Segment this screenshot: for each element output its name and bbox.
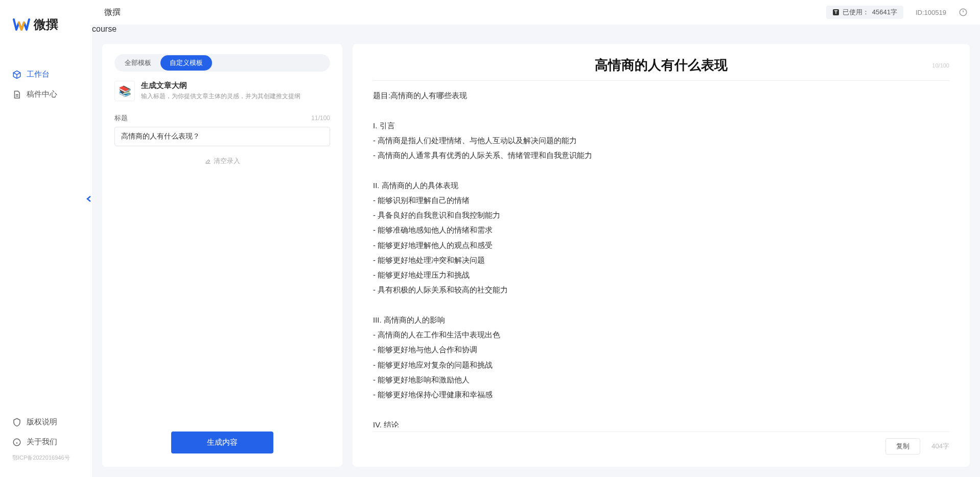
document-icon xyxy=(12,90,21,99)
cube-icon xyxy=(12,70,21,79)
content: 全部模板 自定义模板 📚 生成文章大纲 输入标题，为你提供文章主体的灵感，并为其… xyxy=(92,34,980,477)
main: 微撰 已使用： 45641字 ID:100519 course xyxy=(92,0,980,477)
title-counter: 11/100 xyxy=(311,115,330,122)
panel-output: 高情商的人有什么表现 10/100 题目:高情商的人有哪些表现 I. 引言 - … xyxy=(353,44,970,467)
usage-badge: 已使用： 45641字 xyxy=(826,6,903,19)
output-body[interactable]: 题目:高情商的人有哪些表现 I. 引言 - 高情商是指人们处理情绪、与他人互动以… xyxy=(373,88,949,427)
sidebar-collapse-handle[interactable] xyxy=(85,194,92,203)
topbar-right: 已使用： 45641字 ID:100519 xyxy=(826,6,968,19)
shield-icon xyxy=(12,418,21,427)
page-title: 微撰 xyxy=(104,7,121,18)
footer-about[interactable]: 关于我们 xyxy=(0,432,92,452)
icp-text: 鄂ICP备2022016946号 xyxy=(0,452,92,462)
usage-prefix: 已使用： xyxy=(843,8,869,17)
output-footer: 复制 404字 xyxy=(373,431,949,455)
footer-label: 关于我们 xyxy=(27,437,57,447)
sidebar: 微撰 工作台 稿件中心 版权说明 xyxy=(0,0,92,477)
eraser-icon xyxy=(204,157,212,165)
sidebar-footer: 版权说明 关于我们 鄂ICP备2022016946号 xyxy=(0,412,92,467)
power-icon[interactable] xyxy=(959,8,968,17)
title-input[interactable] xyxy=(114,127,330,146)
logo-text: 微撰 xyxy=(34,16,58,33)
text-icon xyxy=(832,9,839,16)
clear-label: 清空录入 xyxy=(214,156,240,166)
logo-icon xyxy=(12,15,31,34)
title-label: 标题 xyxy=(114,113,128,123)
sidebar-nav: 工作台 稿件中心 xyxy=(0,49,92,412)
app-root: 微撰 工作台 稿件中心 版权说明 xyxy=(0,0,980,477)
clear-input-link[interactable]: 清空录入 xyxy=(114,153,330,169)
panel-templates: 全部模板 自定义模板 📚 生成文章大纲 输入标题，为你提供文章主体的灵感，并为其… xyxy=(102,44,342,467)
output-titlebar: 高情商的人有什么表现 10/100 xyxy=(373,56,949,81)
books-icon: 📚 xyxy=(114,81,135,101)
word-count: 404字 xyxy=(931,442,949,451)
output-title: 高情商的人有什么表现 xyxy=(399,56,924,74)
nav-label: 工作台 xyxy=(27,70,50,79)
tab-custom-templates[interactable]: 自定义模板 xyxy=(160,55,212,71)
usage-value: 45641字 xyxy=(872,8,897,17)
user-id: ID:100519 xyxy=(916,9,946,16)
info-icon xyxy=(12,438,21,447)
tab-all-templates[interactable]: 全部模板 xyxy=(115,55,160,71)
app-logo: 微撰 xyxy=(0,10,92,49)
nav-item-drafts[interactable]: 稿件中心 xyxy=(0,84,92,104)
template-card: 📚 生成文章大纲 输入标题，为你提供文章主体的灵感，并为其创建推文提纲 xyxy=(114,81,330,101)
nav-item-workbench[interactable]: 工作台 xyxy=(0,64,92,84)
footer-label: 版权说明 xyxy=(27,417,57,427)
title-field-row: 标题 11/100 xyxy=(114,113,330,123)
template-name: 生成文章大纲 xyxy=(141,81,300,90)
topbar: 微撰 已使用： 45641字 ID:100519 xyxy=(92,0,980,25)
copy-button[interactable]: 复制 xyxy=(885,438,920,455)
template-desc: 输入标题，为你提供文章主体的灵感，并为其创建推文提纲 xyxy=(141,92,300,101)
template-tabs: 全部模板 自定义模板 xyxy=(114,54,330,72)
generate-button[interactable]: 生成内容 xyxy=(171,431,273,453)
template-info: 生成文章大纲 输入标题，为你提供文章主体的灵感，并为其创建推文提纲 xyxy=(141,81,300,101)
output-title-counter: 10/100 xyxy=(924,62,949,69)
nav-label: 稿件中心 xyxy=(27,89,57,99)
footer-copyright[interactable]: 版权说明 xyxy=(0,412,92,432)
